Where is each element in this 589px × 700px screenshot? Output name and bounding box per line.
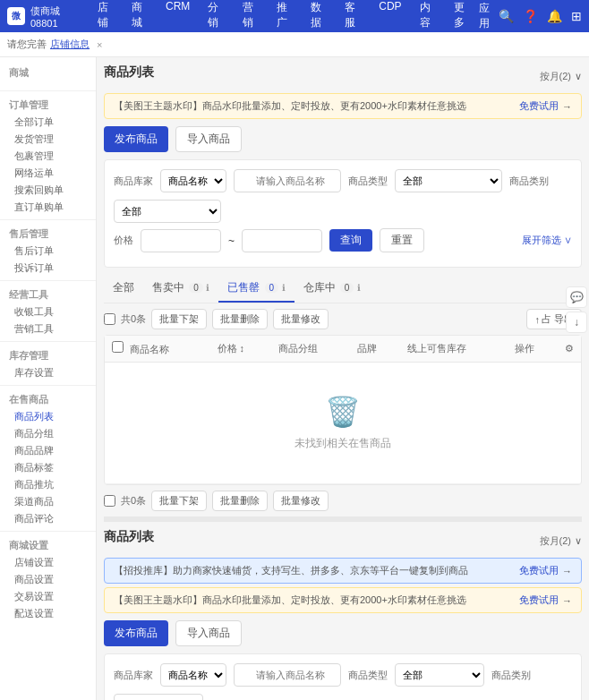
sidebar-item-search-purchase[interactable]: 搜索回购单	[0, 182, 96, 199]
side-icons: 💬 ↓	[566, 286, 587, 333]
nav-data[interactable]: 数据	[307, 0, 330, 34]
batch-down-button-bottom-1[interactable]: 批量下架	[151, 491, 207, 511]
promo-blue-link-2[interactable]: 免费试用	[519, 564, 559, 577]
type-filter-label-2: 商品类型	[348, 669, 388, 682]
sidebar-item-shipping[interactable]: 发货管理	[0, 131, 96, 148]
category-filter-label: 商品类别	[509, 175, 549, 188]
tab-soldout-1[interactable]: 已售罄 0 ℹ	[218, 275, 294, 303]
nav-mall[interactable]: 商城	[128, 0, 151, 34]
tab-warehouse-badge-1: 0	[340, 283, 354, 293]
page-title-1: 商品列表	[104, 64, 154, 81]
nav-cdp[interactable]: CDP	[375, 0, 405, 34]
expand-filter-link-1[interactable]: 展开筛选 ∨	[522, 234, 572, 247]
batch-edit-button-bottom-1[interactable]: 批量修改	[273, 491, 329, 511]
tabs-1: 全部 售卖中 0 ℹ 已售罄 0 ℹ 仓库中 0 ℹ	[104, 275, 582, 303]
sub-topbar: 请您完善 店铺信息 ×	[0, 32, 589, 57]
sidebar-item-all-orders[interactable]: 全部订单	[0, 114, 96, 131]
sidebar-item-product-tag[interactable]: 商品标签	[0, 459, 96, 476]
nav-service[interactable]: 客服	[341, 0, 364, 34]
promo-yellow-link-2[interactable]: 免费试用	[519, 593, 559, 607]
message-icon[interactable]: 💬	[566, 286, 587, 308]
filter-card-1: 商品库家 商品名称 🔍 商品类型 全部 商品类别 全部	[104, 159, 582, 268]
store-filter-select-2[interactable]: 商品名称	[160, 663, 226, 687]
product-search-input-2[interactable]	[234, 663, 341, 687]
publish-product-button-1[interactable]: 发布商品	[104, 126, 168, 152]
promo-link-1[interactable]: 免费试用	[519, 99, 559, 113]
th-settings-1[interactable]: ⚙	[558, 336, 581, 363]
type-filter-select-2[interactable]: 全部	[395, 663, 484, 687]
tab-all-1[interactable]: 全部	[104, 275, 143, 303]
download-icon[interactable]: ↓	[566, 312, 587, 333]
page-title-2: 商品列表	[104, 529, 154, 545]
import-product-button-1[interactable]: 导入商品	[175, 126, 242, 152]
batch-down-button-1[interactable]: 批量下架	[151, 309, 207, 329]
nav-distribution[interactable]: 分销	[204, 0, 227, 34]
empty-text-1: 未找到相关在售商品	[112, 436, 574, 451]
category-filter-select-2[interactable]: 全部	[114, 694, 203, 700]
product-search-input[interactable]	[234, 169, 341, 192]
nav-crm[interactable]: CRM	[162, 0, 193, 34]
nav-promote[interactable]: 推广	[273, 0, 296, 34]
type-filter-select[interactable]: 全部	[395, 169, 502, 192]
sidebar-item-complaint-orders[interactable]: 投诉订单	[0, 260, 96, 277]
batch-delete-button-bottom-1[interactable]: 批量删除	[212, 491, 268, 511]
empty-icon-1: 🗑️	[112, 395, 574, 429]
topbar-logo: 微	[7, 7, 25, 25]
nav-marketing[interactable]: 营销	[239, 0, 262, 34]
th-checkbox-1[interactable]	[112, 341, 124, 353]
price-to-input[interactable]	[242, 229, 322, 252]
sidebar-item-product-brand[interactable]: 商品品牌	[0, 442, 96, 459]
sidebar-item-trade-settings[interactable]: 交易设置	[0, 588, 96, 605]
price-from-input[interactable]	[141, 229, 221, 252]
select-all-checkbox-1[interactable]	[104, 313, 115, 325]
sidebar-item-product-push[interactable]: 商品推坑	[0, 476, 96, 493]
sidebar: 商城 订单管理 全部订单 发货管理 包裹管理 网络运单 搜索回购单 直订单购单 …	[0, 57, 97, 700]
search-icon[interactable]: 🔍	[499, 9, 514, 23]
publish-product-button-2[interactable]: 发布商品	[104, 620, 168, 646]
notification-icon[interactable]: 🔔	[547, 9, 562, 23]
sidebar-item-channel-product[interactable]: 渠道商品	[0, 493, 96, 510]
th-brand-1: 品牌	[350, 336, 400, 363]
help-icon[interactable]: ❓	[523, 9, 538, 23]
sidebar-item-product-group[interactable]: 商品分组	[0, 425, 96, 442]
close-button[interactable]: ×	[97, 39, 102, 50]
tab-selling-1[interactable]: 售卖中 0 ℹ	[143, 275, 218, 303]
date-filter-2[interactable]: 按月(2) ∨	[540, 534, 582, 548]
sidebar-item-store-settings[interactable]: 店铺设置	[0, 554, 96, 571]
breadcrumb-text: 请您完善	[7, 38, 47, 51]
date-filter-1[interactable]: 按月(2) ∨	[540, 70, 582, 83]
sidebar-item-product-review[interactable]: 商品评论	[0, 510, 96, 527]
help-icon-2: ℹ	[282, 283, 286, 293]
import-product-button-2[interactable]: 导入商品	[175, 620, 242, 646]
sidebar-item-product-list[interactable]: 商品列表	[0, 408, 96, 425]
grid-icon[interactable]: ⊞	[571, 9, 582, 23]
sidebar-item-direct-purchase[interactable]: 直订单购单	[0, 199, 96, 216]
tab-selling-badge-1: 0	[189, 283, 203, 293]
sidebar-item-aftersale-orders[interactable]: 售后订单	[0, 243, 96, 260]
batch-edit-button-1[interactable]: 批量修改	[273, 309, 329, 329]
nav-store[interactable]: 店铺	[94, 0, 117, 34]
sidebar-item-inventory-settings[interactable]: 库存设置	[0, 364, 96, 381]
select-all-checkbox-bottom-1[interactable]	[104, 495, 115, 507]
sidebar-group-products: 在售商品	[0, 389, 96, 408]
layout: 商城 订单管理 全部订单 发货管理 包裹管理 网络运单 搜索回购单 直订单购单 …	[0, 57, 589, 700]
store-info-link[interactable]: 店铺信息	[50, 38, 90, 51]
apps-label[interactable]: 应用	[479, 1, 490, 31]
sidebar-item-marketing-tools[interactable]: 营销工具	[0, 320, 96, 337]
nav-more[interactable]: 更多	[450, 0, 474, 34]
nav-content[interactable]: 内容	[416, 0, 440, 34]
store-filter-label: 商品库家	[114, 175, 153, 188]
tab-warehouse-1[interactable]: 仓库中 0 ℹ	[294, 275, 370, 303]
reset-button-1[interactable]: 重置	[380, 228, 424, 252]
action-buttons-1: 发布商品 导入商品	[104, 126, 582, 152]
sidebar-item-cashier[interactable]: 收银工具	[0, 303, 96, 320]
batch-delete-button-1[interactable]: 批量删除	[212, 309, 268, 329]
category-filter-select[interactable]: 全部	[114, 200, 221, 223]
query-button-1[interactable]: 查询	[329, 229, 372, 252]
promo-bar-blue-2: 【招投推库】助力商家快速铺货，支持写生、拼多多、京东等平台一键复制到商品 免费试…	[104, 558, 582, 584]
store-filter-select[interactable]: 商品名称	[160, 169, 226, 192]
sidebar-item-product-settings[interactable]: 商品设置	[0, 571, 96, 588]
sidebar-item-packages[interactable]: 包裹管理	[0, 148, 96, 165]
sidebar-item-delivery-settings[interactable]: 配送设置	[0, 605, 96, 622]
sidebar-item-network-orders[interactable]: 网络运单	[0, 165, 96, 182]
